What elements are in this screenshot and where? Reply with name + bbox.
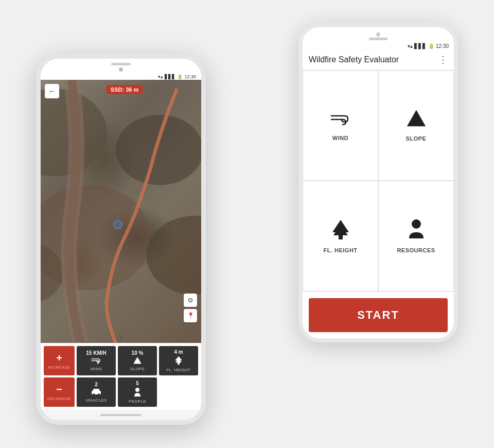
grid-cell-fuel-height[interactable]: FL. HEIGHT bbox=[303, 181, 378, 291]
wind-value: 15 KM/H bbox=[86, 350, 106, 356]
person-ctrl-icon bbox=[133, 387, 142, 398]
tree-ctrl-icon bbox=[174, 356, 183, 367]
svg-point-4 bbox=[412, 219, 421, 229]
people-label: PEOPLE bbox=[129, 399, 146, 404]
wind-label: WIND bbox=[332, 135, 348, 141]
signal-icon-front: ▾▴ bbox=[158, 74, 163, 79]
start-button[interactable]: START bbox=[309, 298, 448, 332]
svg-marker-0 bbox=[408, 111, 425, 126]
fl-height-value: 4 m bbox=[174, 349, 183, 355]
back-phone-status-bar: ▾▴ ▋▋▋ 🔋 12:30 bbox=[303, 42, 454, 50]
home-bar bbox=[100, 414, 142, 416]
decrease-label: DECREASE bbox=[47, 397, 71, 401]
battery-icon-front: 🔋 bbox=[177, 74, 183, 79]
expand-chevron[interactable]: ∨ bbox=[118, 333, 123, 341]
back-phone-app-bar: Wildfire Safety Evaluator ⋮ bbox=[303, 50, 454, 70]
front-phone-status-bar: ▾▴ ▋▋▋ 🔋 12:30 bbox=[41, 74, 201, 80]
vehicles-label: VEHICLES bbox=[85, 398, 107, 403]
people-control[interactable]: 5 PEOPLE bbox=[118, 377, 157, 407]
slope-ctrl-label: SLOPE bbox=[130, 367, 145, 371]
map-view[interactable]: ← SSD: 36 m ⊙ 📍 ∨ bbox=[41, 80, 201, 343]
plus-icon: + bbox=[56, 352, 62, 364]
tree-icon bbox=[331, 219, 350, 244]
app-title: Wildfire Safety Evaluator bbox=[309, 55, 399, 64]
slope-ctrl-icon bbox=[133, 357, 142, 366]
back-phone-time: 12:30 bbox=[436, 43, 449, 49]
back-button[interactable]: ← bbox=[45, 84, 59, 98]
svg-point-18 bbox=[135, 388, 139, 392]
ssd-badge: SSD: 36 m bbox=[107, 85, 143, 94]
svg-point-16 bbox=[93, 393, 95, 395]
svg-point-17 bbox=[98, 393, 100, 395]
wifi-icon-front: ▋▋▋ bbox=[165, 74, 175, 79]
vehicles-value: 2 bbox=[95, 382, 98, 387]
slope-label: SLOPE bbox=[406, 135, 427, 142]
front-phone-time: 12:30 bbox=[184, 74, 196, 79]
resources-icon bbox=[407, 219, 426, 244]
slope-control[interactable]: 10 % SLOPE bbox=[118, 346, 157, 375]
increase-label: INCREASE bbox=[48, 365, 70, 370]
people-value: 5 bbox=[136, 381, 139, 386]
location-button[interactable]: ⊙ bbox=[184, 294, 197, 307]
fuel-height-label: FL. HEIGHT bbox=[323, 247, 357, 253]
svg-point-8 bbox=[146, 216, 201, 295]
grid-cell-slope[interactable]: SLOPE bbox=[378, 70, 454, 181]
vehicles-control[interactable]: 2 VEHICLES bbox=[77, 377, 116, 407]
wifi-icon: ▾▴ bbox=[408, 43, 413, 49]
battery-icon: 🔋 bbox=[428, 43, 434, 49]
location-pin bbox=[113, 220, 122, 229]
svg-marker-11 bbox=[134, 357, 141, 364]
wind-ctrl-icon bbox=[91, 357, 101, 366]
wind-ctrl-label: WIND bbox=[91, 367, 102, 371]
decrease-button[interactable]: − DECREASE bbox=[44, 377, 75, 407]
increase-button[interactable]: + INCREASE bbox=[44, 346, 75, 375]
svg-point-6 bbox=[116, 115, 201, 185]
svg-rect-3 bbox=[339, 235, 343, 239]
back-phone: ▾▴ ▋▋▋ 🔋 12:30 Wildfire Safety Evaluator… bbox=[298, 23, 458, 342]
feature-grid: WIND SLOPE bbox=[303, 70, 454, 292]
pin-button[interactable]: 📍 bbox=[184, 309, 197, 322]
home-bar-area bbox=[41, 410, 201, 420]
grid-cell-resources[interactable]: RESOURCES bbox=[378, 181, 454, 291]
front-phone: ▾▴ ▋▋▋ 🔋 12:30 bbox=[36, 54, 206, 425]
fl-height-label: FL. HEIGHT bbox=[166, 368, 190, 372]
minus-icon: − bbox=[56, 384, 62, 395]
svg-rect-14 bbox=[178, 363, 180, 365]
wind-control[interactable]: 15 KM/H WIND bbox=[77, 346, 116, 375]
resources-label: RESOURCES bbox=[397, 247, 435, 253]
vehicle-ctrl-icon bbox=[91, 388, 101, 397]
slope-icon bbox=[406, 109, 427, 132]
fl-height-control[interactable]: 4 m FL. HEIGHT bbox=[159, 346, 198, 375]
wind-icon bbox=[330, 110, 351, 132]
back-arrow-icon: ← bbox=[48, 87, 56, 95]
grid-cell-wind[interactable]: WIND bbox=[303, 70, 378, 181]
slope-value: 10 % bbox=[132, 350, 144, 356]
bottom-controls: + INCREASE 15 KM/H WIND 10 % bbox=[41, 343, 201, 410]
map-controls: ⊙ 📍 bbox=[184, 294, 197, 322]
signal-icon: ▋▋▋ bbox=[414, 43, 427, 49]
menu-button[interactable]: ⋮ bbox=[438, 54, 448, 65]
